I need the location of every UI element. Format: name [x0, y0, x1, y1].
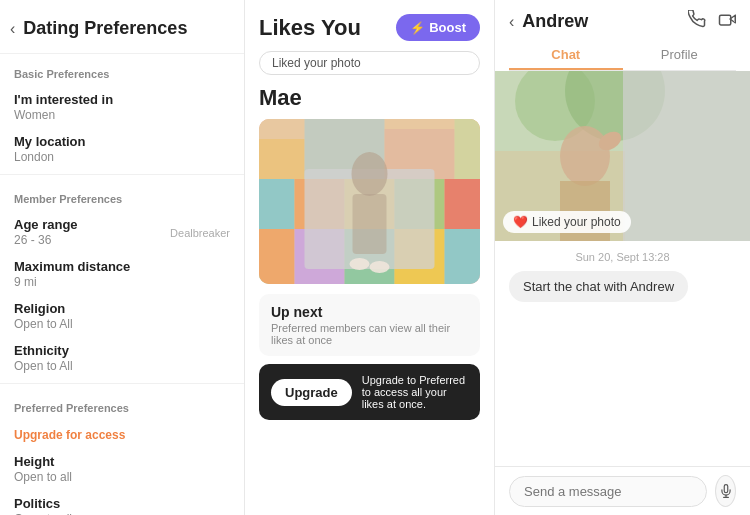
person-name: Mae: [245, 85, 494, 119]
basic-preferences-label: Basic Preferences: [0, 54, 244, 86]
member-preferences-label: Member Preferences: [0, 179, 244, 211]
boost-button[interactable]: ⚡ Boost: [396, 14, 480, 41]
tab-profile[interactable]: Profile: [623, 41, 737, 70]
message-input-area: [495, 466, 750, 515]
pref-height-value: Open to all: [14, 470, 230, 484]
pref-age-dealbreaker: Dealbreaker: [170, 227, 230, 239]
pref-distance[interactable]: Maximum distance 9 mi: [0, 253, 244, 295]
svg-rect-17: [353, 194, 387, 254]
pref-age-label: Age range: [14, 217, 78, 232]
colorful-floor-svg: [259, 119, 480, 284]
upgrade-link[interactable]: Upgrade for access: [14, 428, 230, 442]
heart-icon: ❤️: [513, 215, 528, 229]
mic-icon: [719, 484, 733, 498]
pref-interested-in-value: Women: [14, 108, 230, 122]
andrew-photo: ❤️ Liked your photo: [495, 71, 750, 241]
liked-msg-text: Liked your photo: [532, 215, 621, 229]
video-icon[interactable]: [718, 10, 736, 33]
svg-rect-28: [623, 71, 750, 241]
liked-badge: Liked your photo: [259, 51, 480, 75]
middle-header: Likes You ⚡ Boost: [245, 0, 494, 51]
up-next-section: Up next Preferred members can view all t…: [259, 294, 480, 356]
chat-tabs: Chat Profile: [509, 41, 736, 71]
pref-religion-value: Open to All: [14, 317, 230, 331]
boost-icon: ⚡: [410, 21, 425, 35]
pref-distance-value: 9 mi: [14, 275, 230, 289]
pref-distance-label: Maximum distance: [14, 259, 230, 274]
svg-point-19: [370, 261, 390, 273]
message-input[interactable]: [509, 476, 707, 507]
chat-action-icons: [688, 10, 736, 33]
chat-timestamp: Sun 20, Sept 13:28: [509, 251, 736, 263]
chat-messages: Sun 20, Sept 13:28 Start the chat with A…: [495, 241, 750, 312]
chat-person-name: Andrew: [522, 11, 588, 32]
pref-politics[interactable]: Politics Open to all: [0, 490, 244, 515]
svg-rect-20: [720, 15, 731, 25]
boost-label: Boost: [429, 20, 466, 35]
pref-height[interactable]: Height Open to all: [0, 448, 244, 490]
page-title: Dating Preferences: [23, 18, 187, 39]
pref-ethnicity-label: Ethnicity: [14, 343, 230, 358]
preferred-preferences-label: Preferred Preferences: [0, 388, 244, 420]
pref-location[interactable]: My location London: [0, 128, 244, 170]
right-panel: ‹ Andrew Chat Profile: [495, 0, 750, 515]
tab-chat[interactable]: Chat: [509, 41, 623, 70]
pref-age-value: 26 - 36: [14, 233, 78, 247]
chat-area: ❤️ Liked your photo Sun 20, Sept 13:28 S…: [495, 71, 750, 466]
upgrade-button[interactable]: Upgrade: [271, 379, 352, 406]
liked-message-overlay: ❤️ Liked your photo: [503, 211, 631, 233]
back-button[interactable]: ‹: [10, 20, 15, 38]
pref-height-label: Height: [14, 454, 230, 469]
left-header: ‹ Dating Preferences: [0, 10, 244, 54]
pref-location-label: My location: [14, 134, 230, 149]
svg-rect-11: [259, 139, 305, 179]
pref-interested-in[interactable]: I'm interested in Women: [0, 86, 244, 128]
phone-icon[interactable]: [688, 10, 706, 33]
left-panel: ‹ Dating Preferences Basic Preferences I…: [0, 0, 245, 515]
svg-rect-1: [259, 179, 295, 229]
svg-rect-10: [445, 229, 481, 284]
pref-religion-label: Religion: [14, 301, 230, 316]
pref-religion[interactable]: Religion Open to All: [0, 295, 244, 337]
person-photo: [259, 119, 480, 284]
pref-ethnicity[interactable]: Ethnicity Open to All: [0, 337, 244, 379]
pref-interested-in-label: I'm interested in: [14, 92, 230, 107]
svg-point-18: [350, 258, 370, 270]
middle-panel: Likes You ⚡ Boost Liked your photo Mae: [245, 0, 495, 515]
up-next-title: Up next: [271, 304, 468, 320]
divider-1: [0, 174, 244, 175]
chat-bubble: Start the chat with Andrew: [509, 271, 688, 302]
svg-point-25: [560, 126, 610, 186]
upgrade-bar-text: Upgrade to Preferred to access all your …: [362, 374, 468, 410]
pref-politics-label: Politics: [14, 496, 230, 511]
pref-location-value: London: [14, 150, 230, 164]
likes-you-title: Likes You: [259, 15, 361, 41]
pref-age-range[interactable]: Age range 26 - 36 Dealbreaker: [0, 211, 244, 253]
svg-point-16: [352, 152, 388, 196]
pref-upgrade-link-item: Upgrade for access: [0, 420, 244, 448]
upgrade-bar: Upgrade Upgrade to Preferred to access a…: [259, 364, 480, 420]
mic-button[interactable]: [715, 475, 736, 507]
divider-2: [0, 383, 244, 384]
svg-rect-5: [445, 179, 481, 229]
right-header: ‹ Andrew: [495, 0, 750, 33]
pref-ethnicity-value: Open to All: [14, 359, 230, 373]
up-next-desc: Preferred members can view all their lik…: [271, 322, 468, 346]
svg-rect-14: [455, 119, 481, 179]
svg-rect-6: [259, 229, 295, 284]
chat-back-button[interactable]: ‹: [509, 13, 514, 31]
